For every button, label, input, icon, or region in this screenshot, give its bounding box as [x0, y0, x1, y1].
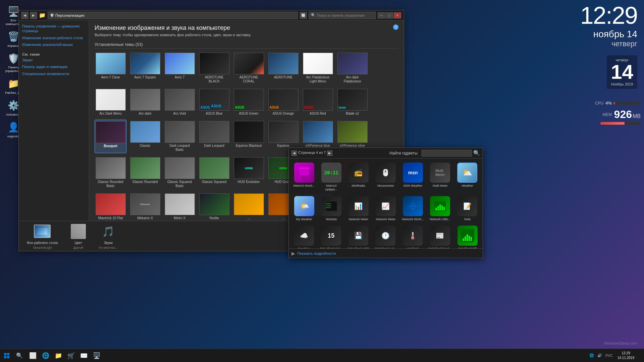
gadget-name-multi-meter: Multi Meter [433, 184, 448, 188]
gadget-network-monit[interactable]: Network Monit... [400, 195, 426, 223]
taskbar-task-view[interactable]: ⬜ [27, 349, 39, 362]
theme-aero7clear[interactable]: Aero 7 Clear [95, 51, 126, 85]
theme-asus-green[interactable]: ASUS ASUS Green [233, 87, 265, 117]
gadget-icon-weather: ⛅ [457, 163, 477, 183]
theme-equinox-blackout[interactable]: Equinox Blackout [233, 120, 265, 153]
gadget-my-weather[interactable]: 🌤️ My Weather [291, 195, 317, 223]
theme-glassic-rounded-basic[interactable]: Glassic Rounded Basic [95, 156, 126, 189]
svg-rect-1 [303, 175, 306, 176]
minimize-button[interactable]: — [378, 12, 385, 18]
gadget-onedrive[interactable]: ☁️ Onedrive [291, 224, 317, 248]
gadget-only-black-hdd[interactable]: 💾 Only Black HDD [346, 224, 371, 248]
color-icon [70, 223, 87, 240]
svg-rect-2 [299, 168, 309, 169]
theme-bouquet[interactable]: Bouquet [95, 120, 126, 153]
taskbar-app-icon[interactable]: 🖥️ [91, 349, 103, 362]
nav-forward-button[interactable]: ▶ [30, 12, 37, 19]
theme-aerotune-coral[interactable]: AEROTUNE CORAL [233, 51, 265, 85]
gadget-netstats[interactable]: 00101 11010 00011 Netstats [319, 195, 344, 223]
gadget-miniradio[interactable]: 📻 MiniRadio [346, 161, 371, 193]
gadget-msn-weather[interactable]: msn MSN Weather [400, 161, 426, 193]
theme-arc-dark[interactable]: Arc-dark [129, 87, 161, 117]
gadget-onlyblack-2cl[interactable]: 🕐 OnlyBlack 2 cl... [373, 224, 398, 248]
maximize-button[interactable]: □ [386, 12, 393, 18]
theme-thumb-aero7square [130, 53, 160, 74]
theme-asus-red[interactable]: ASUS ASUS Red [302, 87, 334, 117]
taskbar-search-button[interactable]: 🔍 [13, 349, 25, 362]
bottom-wallpaper[interactable]: Фон рабочего стола StreamofLight [24, 222, 60, 251]
gadget-metroui-monitor[interactable]: MetroUI Monit... [291, 161, 317, 193]
theme-maverick-flat-lighter[interactable]: Maverick 10 Flat Lighter [95, 192, 126, 221]
theme-glassic-squared-basic[interactable]: Glassic Squared Basic [164, 156, 196, 189]
theme-metro-x[interactable]: Metro X [164, 192, 196, 221]
bottom-sounds[interactable]: 🎵 Звуки По умолчан... [96, 222, 120, 251]
gadget-network-meter2[interactable]: 📈 Network Meter [373, 195, 398, 223]
gadget-mousometer[interactable]: 🖱️ Mousometer [373, 161, 398, 193]
theme-asus-blue[interactable]: ASUS ASUS Blue [198, 87, 230, 117]
theme-aero7[interactable]: Aero 7 [164, 51, 196, 85]
theme-blade[interactable]: blade Blade v2 [336, 87, 368, 117]
info-icon[interactable]: ? [393, 24, 398, 30]
sidebar-icons-link[interactable]: Изменение значков рабочего стола [22, 36, 86, 40]
close-button[interactable]: ✕ [394, 12, 401, 18]
theme-aerotune-black[interactable]: AEROTUNE BLACK [198, 51, 230, 85]
gadget-onlyblack-weat[interactable]: 🌡️ onlyBlack Weat... [400, 224, 425, 248]
theme-glassic-rounded[interactable]: Glassic Rounded [129, 156, 161, 189]
theme-dark-leopard[interactable]: Dark Leopard [198, 120, 230, 153]
tray-network[interactable]: 🌐 [588, 353, 595, 358]
theme-arc-flat-light[interactable]: Arc Flatabulous Light Menu [302, 51, 334, 85]
gadget-only-black-cal[interactable]: 15 Only Black Cal... [319, 224, 344, 248]
basket-icon-label: Корзина [8, 44, 19, 48]
tray-volume[interactable]: 🔊 [596, 353, 603, 358]
gadgets-search-input[interactable] [422, 150, 472, 157]
address-bar[interactable]: 🛡️ Персонализация [48, 12, 298, 19]
gadget-weather[interactable]: ⛅ Weather [455, 161, 480, 193]
theme-aerotune[interactable]: AEROTUNE [267, 51, 299, 85]
gadget-note[interactable]: 📝 Note [455, 195, 480, 223]
theme-dark-leopard-basic[interactable]: Dark Leopard Basic [164, 120, 196, 153]
sidebar-mouse-link[interactable]: Изменение указателей мыши [22, 42, 86, 47]
sidebar-accessibility-link[interactable]: Специальные возможности [22, 71, 86, 76]
theme-bottom1[interactable]: ... [233, 192, 265, 221]
theme-glassic-squared[interactable]: Glassic Squared [198, 156, 230, 189]
gadget-metroui-digit[interactable]: 20:11 MetroUI Цифро... [319, 161, 344, 193]
color-sublabel: Другой [73, 246, 83, 249]
bottom-color[interactable]: Цвет Другой [67, 222, 89, 251]
sidebar-home-link[interactable]: Панель управления — домашняя страница [22, 24, 86, 34]
theme-mekanix[interactable]: Mekanix Mekanix X [129, 192, 161, 221]
tray-ime[interactable]: РУС [604, 354, 614, 358]
theme-arc-dark-flat[interactable]: Arc-dark Flatabulous [336, 51, 368, 85]
refresh-button[interactable]: 🔄 [300, 12, 307, 19]
theme-hud-evolution[interactable]: GRIM HUD Evolution [233, 156, 265, 189]
gadget-onlyblackfeed[interactable]: 📰 OnlyBlackFeed... [427, 224, 453, 248]
gadgets-row-3: ☁️ Onedrive 15 Only Black Cal... 💾 Only … [291, 224, 480, 248]
theme-classic[interactable]: Classic [129, 120, 161, 153]
gadget-network-utiliz[interactable]: Network Utiliz... [428, 195, 453, 223]
gadget-multi-meter[interactable]: MultiMeter Multi Meter [428, 161, 453, 193]
gadgets-next-page[interactable]: ▶ [327, 150, 332, 156]
search-bar[interactable]: 🔍 Поиск в панели управления [309, 12, 376, 19]
taskbar-mail-icon[interactable]: ✉️ [78, 349, 90, 362]
taskbar-explorer-icon[interactable]: 📁 [52, 349, 64, 362]
gadget-onlyblackwifi[interactable]: OnlyBlackWifi [455, 224, 480, 248]
theme-arc-void[interactable]: Arc-Void [164, 87, 196, 117]
gadgets-search-button[interactable]: 🔍 [473, 150, 480, 156]
taskbar-ie-icon[interactable]: 🌐 [40, 349, 52, 362]
sidebar-screen-link[interactable]: Экран [22, 58, 86, 62]
theme-asus-orange[interactable]: ASUS ASUS Orange [267, 87, 299, 117]
nav-back-button[interactable]: ◀ [21, 12, 28, 19]
theme-name-asus-green: ASUS Green [239, 112, 259, 116]
taskbar: 🔍 ⬜ 🌐 📁 🛒 ✉️ 🖥️ 🌐 🔊 РУС 12:29 14.11.2019 [0, 349, 644, 362]
taskbar-store-icon[interactable]: 🛒 [65, 349, 77, 362]
theme-aero7square[interactable]: Aero 7 Square [129, 51, 161, 85]
theme-thumb-dark-leopard [199, 121, 229, 143]
theme-nvidia[interactable]: Nvidia [198, 192, 230, 221]
start-button[interactable] [0, 349, 13, 362]
taskbar-clock[interactable]: 12:29 14.11.2019 [615, 351, 637, 360]
theme-arc-dark-menu[interactable]: Arc Dark Menu [95, 87, 126, 117]
show-details-link[interactable]: Показать подробности [297, 251, 336, 255]
gadget-network-meter1[interactable]: 📊 Network Meter [346, 195, 371, 223]
gadgets-prev-page[interactable]: ◀ [291, 150, 297, 156]
theme-thumb-aero7 [165, 53, 195, 74]
sidebar-taskbar-link[interactable]: Панель задач и навигация [22, 64, 86, 69]
